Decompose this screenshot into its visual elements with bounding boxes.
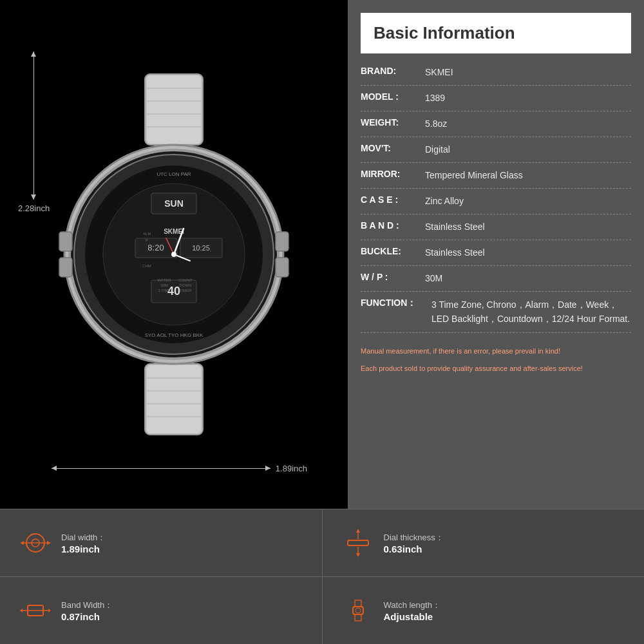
dial-thickness-value: 0.63inch: [384, 544, 444, 554]
bottom-section: Dial width： 1.89inch Dial thick: [0, 509, 644, 644]
dial-width-value: 1.89inch: [61, 544, 106, 554]
info-body: BRAND: SKMEI MODEL : 1389 WEIGHT: 5.8oz …: [348, 53, 644, 509]
svg-marker-57: [356, 529, 360, 533]
watch-length-icon: [342, 594, 374, 627]
note-line2: Each product sold to provide quality ass…: [361, 363, 631, 375]
dial-thickness-label: Dial thickness：: [384, 532, 444, 544]
function-label: FUNCTION：: [361, 298, 431, 309]
model-row: MODEL : 1389: [361, 86, 631, 111]
svg-rect-21: [59, 232, 72, 251]
watch-length-value: Adjustable: [384, 611, 440, 622]
svg-rect-22: [59, 258, 72, 277]
mirror-row: MIRROR: Tempered Mineral Glass: [361, 163, 631, 189]
wp-row: W / P : 30M: [361, 266, 631, 292]
svg-point-48: [171, 252, 176, 257]
svg-text:8:20: 8:20: [147, 243, 164, 252]
svg-rect-20: [276, 258, 289, 277]
svg-text:WATER: WATER: [158, 278, 172, 282]
function-value: 3 Time Zone, Chrono，Alarm，Date，Week，LED …: [431, 298, 631, 327]
svg-text:DOWN: DOWN: [180, 283, 192, 287]
svg-text:10:25: 10:25: [192, 244, 210, 252]
svg-rect-65: [355, 600, 361, 607]
top-section: 2.28inch 1.89inch: [0, 0, 644, 509]
band-width-text: Band Width： 0.87inch: [61, 600, 113, 622]
watch-length-text: Watch length： Adjustable: [384, 600, 440, 622]
movt-value: Digital: [425, 143, 450, 156]
weight-value: 5.8oz: [425, 117, 447, 131]
svg-text:30M: 30M: [160, 283, 168, 287]
movt-row: MOV'T: Digital: [361, 137, 631, 163]
dial-thickness-icon: [342, 527, 374, 559]
svg-text:P: P: [146, 238, 148, 242]
width-label: 1.89inch: [276, 464, 307, 473]
info-header: Basic Information: [361, 13, 631, 53]
band-width-spec: Band Width： 0.87inch: [0, 577, 323, 644]
model-value: 1389: [425, 91, 445, 105]
svg-text:TIMER: TIMER: [180, 289, 192, 292]
specs-row-1: Dial width： 1.89inch Dial thick: [0, 509, 644, 576]
svg-text:COUNT: COUNT: [178, 278, 193, 282]
watch-area: 2.28inch 1.89inch: [0, 0, 348, 509]
mirror-value: Tempered Mineral Glass: [425, 169, 523, 182]
note-line1: Manual measurement, if there is an error…: [361, 346, 631, 357]
svg-marker-52: [20, 541, 24, 545]
band-value: Stainless Steel: [425, 220, 485, 234]
svg-rect-19: [276, 232, 289, 251]
mirror-label: MIRROR:: [361, 169, 425, 179]
weight-row: WEIGHT: 5.8oz: [361, 111, 631, 137]
svg-text:3 TIME: 3 TIME: [158, 289, 170, 292]
dial-width-icon: [19, 527, 52, 559]
buckle-label: BUCKLE:: [361, 246, 425, 256]
svg-text:ALM: ALM: [143, 232, 151, 236]
dial-thickness-text: Dial thickness： 0.63inch: [384, 532, 444, 554]
movt-label: MOV'T:: [361, 143, 425, 153]
svg-point-64: [355, 608, 361, 613]
svg-marker-58: [356, 553, 360, 557]
svg-text:CHM: CHM: [142, 264, 151, 268]
dial-width-label: Dial width：: [61, 532, 106, 544]
dial-width-text: Dial width： 1.89inch: [61, 532, 106, 554]
svg-rect-7: [147, 365, 201, 433]
band-width-icon: [19, 594, 52, 627]
watch-image: UTC LON PAR SYO AOL TYO HKG BKK SUN 8:20…: [52, 68, 296, 441]
buckle-value: Stainless Steel: [425, 246, 485, 260]
case-label: C A S E :: [361, 194, 425, 205]
model-label: MODEL :: [361, 91, 425, 102]
band-row: B A N D : Stainless Steel: [361, 214, 631, 240]
dial-thickness-spec: Dial thickness： 0.63inch: [323, 509, 645, 576]
band-label: B A N D :: [361, 220, 425, 231]
svg-text:SUN: SUN: [164, 198, 184, 209]
watch-length-spec: Watch length： Adjustable: [323, 577, 645, 644]
svg-marker-62: [48, 609, 51, 612]
svg-text:UTC LON PAR: UTC LON PAR: [156, 171, 191, 177]
watch-length-label: Watch length：: [384, 600, 440, 611]
svg-marker-53: [47, 541, 51, 545]
brand-value: SKMEI: [425, 66, 453, 79]
main-container: 2.28inch 1.89inch: [0, 0, 644, 644]
wp-value: 30M: [425, 272, 442, 285]
svg-rect-66: [355, 614, 361, 621]
height-label: 2.28inch: [18, 204, 50, 213]
specs-row-2: Band Width： 0.87inch Watch length：: [0, 576, 644, 644]
note-section: Manual measurement, if there is an error…: [361, 339, 631, 375]
svg-marker-61: [20, 609, 23, 612]
info-panel-title: Basic Information: [374, 23, 515, 43]
brand-label: BRAND:: [361, 66, 425, 76]
dial-width-spec: Dial width： 1.89inch: [0, 509, 323, 576]
case-row: C A S E : Zinc Alloy: [361, 189, 631, 214]
function-row: FUNCTION： 3 Time Zone, Chrono，Alarm，Date…: [361, 292, 631, 333]
band-width-value: 0.87inch: [61, 611, 113, 622]
svg-rect-54: [348, 540, 368, 545]
svg-text:SYO AOL TYO HKG BKK: SYO AOL TYO HKG BKK: [145, 332, 204, 338]
wp-label: W / P :: [361, 272, 425, 282]
weight-label: WEIGHT:: [361, 117, 425, 128]
svg-rect-1: [147, 75, 201, 144]
case-value: Zinc Alloy: [425, 194, 464, 208]
brand-row: BRAND: SKMEI: [361, 60, 631, 86]
band-width-label: Band Width：: [61, 600, 113, 611]
buckle-row: BUCKLE: Stainless Steel: [361, 240, 631, 266]
info-panel: Basic Information BRAND: SKMEI MODEL : 1…: [348, 0, 644, 509]
